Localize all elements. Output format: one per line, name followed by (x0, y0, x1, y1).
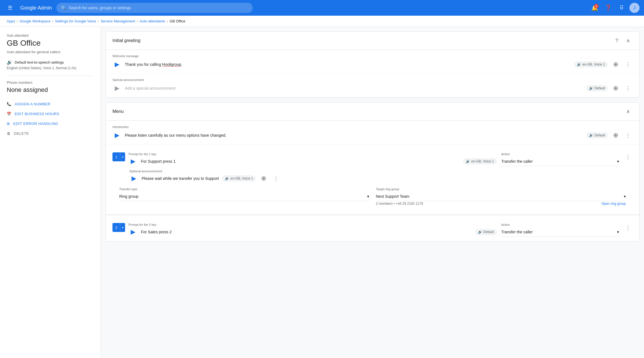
sidebar-phone-label: Phone numbers (7, 80, 94, 85)
breadcrumb-auto-attendants[interactable]: Auto attendants (140, 19, 165, 23)
key1-optional-play-button[interactable]: ▶ (129, 174, 138, 183)
intro-more-button[interactable]: ⋮ (624, 131, 633, 140)
introduction-row: Introduction ▶ Please listen carefully a… (106, 121, 639, 145)
target-ring-group-select[interactable]: Next Support Team ▾ (376, 192, 626, 201)
key1-voice-text: en-GB, Voice 1 (471, 159, 494, 163)
hamburger-icon: ☰ (8, 5, 12, 11)
search-bar[interactable]: 🔍 (56, 3, 253, 13)
transfer-type-label: Transfer type (119, 187, 369, 191)
key1-block: 1 ▾ Prompt for the 1 key ▶ For Support p… (106, 145, 639, 215)
breadcrumb-settings-voice[interactable]: Settings for Google Voice (55, 19, 96, 23)
welcome-message-label: Welcome message (112, 54, 633, 58)
logo-text: Google Admin (20, 5, 52, 11)
user-avatar[interactable]: J (629, 3, 640, 13)
help-button[interactable]: ❓ (602, 2, 614, 13)
key1-action-label: Action (501, 152, 619, 156)
key2-voice-badge: 🔊 Default (475, 229, 497, 235)
more-vert-icon-4: ⋮ (625, 154, 631, 160)
notification-button[interactable]: 🔔 8 (589, 2, 600, 13)
key2-left: 2 ▾ Prompt for the 2 key ▶ For Sales pre… (112, 223, 497, 236)
key1-optional-voice-badge: 🔊 en-GB, Voice 1 (222, 175, 256, 182)
breadcrumb-service-management[interactable]: Service Management (101, 19, 135, 23)
sidebar-type-label: Auto attendant (7, 34, 94, 38)
key1-optional-label: Optional announcement (129, 169, 633, 173)
bottom-spacer (101, 241, 644, 248)
key1-prompt-label: Prompt for the 1 key (128, 152, 497, 156)
breadcrumb-google-workspace[interactable]: Google Workspace (20, 19, 50, 23)
special-announcement-row: Special announcement ▶ Add a special ann… (106, 74, 639, 97)
key1-optional-voice-text: en-GB, Voice 1 (230, 176, 253, 180)
welcome-play-button[interactable]: ▶ (112, 60, 121, 69)
initial-greeting-help-button[interactable]: ? (612, 36, 621, 45)
special-add-button[interactable]: ⊕ (611, 84, 620, 93)
delete-button[interactable]: 🗑 DELETE (7, 129, 94, 138)
key1-optional-more-button[interactable]: ⋮ (272, 174, 280, 183)
top-navigation: ☰ Google Admin 🔍 🔔 8 ❓ ⠿ J (0, 0, 644, 16)
apps-grid-icon: ⠿ (620, 4, 624, 11)
ring-group-meta: 2 members • +44 29 2105 1179 Open ring g… (376, 202, 626, 206)
assign-number-button[interactable]: 📞 ASSIGN A NUMBER (7, 99, 94, 109)
key1-action-select[interactable]: Transfer the caller ▾ (501, 157, 619, 166)
sidebar-tts-value: English (United States), Voice 1, Normal… (7, 66, 94, 70)
apps-grid-button[interactable]: ⠿ (616, 2, 627, 13)
initial-greeting-collapse-button[interactable]: ∧ (624, 36, 633, 45)
key2-action-label: Action (501, 223, 619, 226)
initial-greeting-title: Initial greeting (112, 38, 141, 43)
introduction-text: Please listen carefully as our menu opti… (125, 133, 583, 138)
sidebar: Auto attendant GB Office Auto attendant … (0, 27, 101, 358)
special-play-button[interactable]: ▶ (112, 84, 121, 93)
key1-dropdown-button[interactable]: ▾ (120, 152, 125, 161)
key2-block: 2 ▾ Prompt for the 2 key ▶ For Sales pre… (106, 215, 639, 241)
intro-add-button[interactable]: ⊕ (611, 131, 620, 140)
key2-more-button[interactable]: ⋮ (624, 223, 633, 232)
voice-icon-3: 🔊 (589, 133, 593, 137)
intro-voice-text: Default (594, 133, 605, 137)
initial-greeting-header-actions: ? ∧ (612, 36, 633, 45)
search-input[interactable] (69, 6, 248, 10)
target-ring-group-field: Target ring group Next Support Team ▾ 2 … (376, 187, 626, 206)
key1-more-button[interactable]: ⋮ (624, 152, 633, 161)
intro-play-button[interactable]: ▶ (112, 131, 121, 140)
menu-section-header: Menu ∧ (106, 103, 639, 121)
key2-badge: 2 ▾ (112, 223, 125, 232)
menu-collapse-button[interactable]: ∧ (624, 107, 633, 116)
intro-voice-badge: 🔊 Default (586, 132, 608, 138)
delete-label: DELETE (14, 131, 29, 136)
special-more-button[interactable]: ⋮ (624, 84, 633, 93)
key2-play-button[interactable]: ▶ (128, 227, 137, 236)
key1-optional-add-button[interactable]: ⊕ (259, 174, 268, 183)
transfer-type-select[interactable]: Ring group ▾ (119, 192, 369, 201)
key1-optional-content: ▶ Please wait while we transfer you to S… (129, 174, 633, 183)
breadcrumb-current: GB Office (170, 19, 185, 23)
menu-section: Menu ∧ Introduction ▶ Please listen care… (105, 102, 640, 241)
edit-business-hours-button[interactable]: 📅 EDIT BUSINESS HOURS (7, 109, 94, 119)
chevron-up-icon: ∧ (626, 38, 630, 44)
open-ring-group-link[interactable]: Open ring group (601, 202, 626, 206)
key2-dropdown-button[interactable]: ▾ (120, 223, 125, 232)
key1-play-button[interactable]: ▶ (128, 157, 137, 166)
edit-error-handling-button[interactable]: ⊞ EDIT ERROR HANDLING (7, 119, 94, 129)
key1-badge: 1 ▾ (112, 152, 125, 161)
breadcrumb-sep-5: › (167, 19, 168, 23)
key1-optional-text: Please wait while we transfer you to Sup… (142, 176, 219, 181)
edit-error-label: EDIT ERROR HANDLING (13, 122, 58, 126)
breadcrumb-sep-4: › (137, 19, 138, 23)
key1-prompt-message: ▶ For Support press 1 🔊 en-GB, Voice 1 (128, 157, 497, 166)
nav-right-actions: 🔔 8 ❓ ⠿ J (589, 2, 640, 13)
transfer-type-field: Transfer type Ring group ▾ (119, 187, 369, 206)
key2-number: 2 (112, 223, 120, 232)
welcome-add-button[interactable]: ⊕ (611, 60, 620, 69)
menu-hamburger-button[interactable]: ☰ (4, 2, 16, 13)
tts-icon: 🔊 (7, 60, 12, 65)
welcome-more-button[interactable]: ⋮ (624, 60, 633, 69)
sidebar-phone-value: None assigned (7, 86, 94, 94)
key1-action-section: Action Transfer the caller ▾ (501, 152, 619, 166)
more-vert-icon-3: ⋮ (625, 132, 631, 139)
play-icon-3: ▶ (115, 132, 119, 139)
plus-circle-icon: ⊕ (613, 61, 618, 68)
key2-action-select[interactable]: Transfer the caller ▾ (501, 227, 619, 237)
key1-prompt-text: For Support press 1 (141, 159, 460, 164)
key2-voice-text: Default (483, 230, 494, 234)
play-icon-6: ▶ (131, 228, 135, 236)
breadcrumb-apps[interactable]: Apps (7, 19, 15, 23)
